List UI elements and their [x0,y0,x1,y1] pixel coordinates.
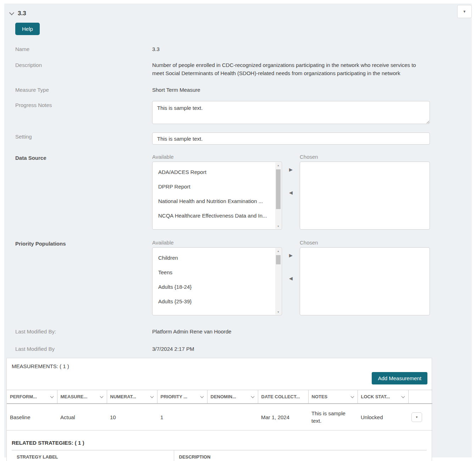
scroll-up-icon[interactable]: ▲ [275,162,281,168]
setting-label: Setting [15,133,152,140]
row-menu-button[interactable]: ▼ [411,412,422,422]
measure-type-label: Measure Type [15,86,152,93]
progress-notes-textarea[interactable]: This is sample text. [152,101,430,124]
cell-date-collected: Mar 1, 2024 [258,404,308,431]
column-header-lock-status[interactable]: LOCK STAT... [358,390,408,404]
field-row-progress-notes: Progress Notes This is sample text. [4,101,472,124]
list-item[interactable]: DPRP Report [153,179,282,194]
measure-detail-container: 3.3 ▼ Help Name 3.3 Description Number o… [4,4,472,457]
section-title: 3.3 [18,10,26,17]
list-item[interactable]: NCQA Healthcare Effectiveness Data and I… [153,208,282,223]
name-label: Name [15,45,152,52]
description-label: Description [15,61,152,68]
cell-denominator [207,404,258,431]
priority-populations-chosen-listbox[interactable] [300,247,430,315]
priority-populations-chosen-col: Chosen [300,240,430,315]
data-source-scrollbar[interactable]: ▲ ▼ [275,162,281,229]
list-item[interactable]: Teens [153,265,282,280]
field-row-last-modified-by-name: Last Modified By: Platform Admin Rene va… [4,327,472,336]
move-left-icon[interactable]: ◀ [289,190,293,195]
progress-notes-label: Progress Notes [15,101,152,108]
cell-notes: This is sample text. [308,404,358,431]
scrollbar-thumb[interactable] [276,169,281,209]
list-item[interactable]: National Health and Nutrition Examinatio… [153,194,282,208]
last-modified-by-name-value: Platform Admin Rene van Hoorde [152,327,231,336]
field-row-priority-populations: Priority Populations Available Children … [4,240,472,315]
list-item[interactable]: Adults {25-39} [153,294,282,309]
move-left-icon[interactable]: ◀ [289,276,293,281]
list-item[interactable]: Children [153,251,282,265]
column-header-measure[interactable]: MEASURE... [57,390,107,404]
cell-lock-status: Unlocked [358,404,408,431]
field-row-data-source: Data Source Available ADA/ADCES Report D… [4,154,472,230]
field-row-measure-type: Measure Type Short Term Measure [4,86,472,94]
collapse-chevron-icon[interactable] [9,10,14,15]
field-row-last-modified-by-date: Last Modified By 3/7/2024 2:17 PM [4,345,472,353]
measurements-header-row: PERFORM... MEASURE... NUMERAT... PRIORIT… [7,390,432,404]
priority-populations-available-items: Children Teens Adults {18-24} Adults {25… [153,248,282,309]
priority-populations-available-listbox[interactable]: Children Teens Adults {18-24} Adults {25… [152,247,282,315]
move-right-icon[interactable]: ▶ [289,167,293,172]
list-item[interactable]: Adults {18-24} [153,280,282,294]
related-strategies-header-row: STRATEGY LABEL DESCRIPTION [12,450,427,461]
chevron-down-icon[interactable] [100,394,103,398]
chevron-down-icon[interactable] [251,394,254,398]
data-source-chosen-listbox[interactable] [300,162,430,230]
measurements-title: MEASUREMENTS: ( 1 ) [7,358,432,369]
field-row-name: Name 3.3 [4,45,472,53]
related-strategies-table: STRATEGY LABEL DESCRIPTION Evidence-base… [12,450,427,461]
column-header-notes[interactable]: NOTES [308,390,358,404]
column-header-date-collected[interactable]: DATE COLLECT... [258,390,308,404]
scroll-down-icon[interactable]: ▼ [275,223,281,229]
related-strategies-title: RELATED STRATEGIES: ( 1 ) [12,440,427,446]
field-row-description: Description Number of people enrolled in… [4,61,472,77]
chevron-down-icon[interactable] [350,394,354,398]
measurements-table: PERFORM... MEASURE... NUMERAT... PRIORIT… [7,390,432,431]
priority-populations-chosen-label: Chosen [300,240,430,246]
data-source-available-label: Available [152,154,282,160]
chevron-down-icon[interactable] [401,394,405,398]
measurements-panel: MEASUREMENTS: ( 1 ) Add Measurement PERF… [6,358,432,461]
priority-populations-duallist: Available Children Teens Adults {18-24} … [152,240,430,315]
scroll-up-icon[interactable]: ▲ [275,248,281,254]
column-header-priority[interactable]: PRIORITY ... [157,390,207,404]
triangle-down-icon: ▼ [415,416,418,419]
setting-input[interactable] [152,133,430,145]
description-value: Number of people enrolled in CDC-recogni… [152,61,427,77]
data-source-label: Data Source [15,154,152,161]
data-source-available-items: ADA/ADCES Report DPRP Report National He… [153,162,282,223]
column-header-numerator[interactable]: NUMERAT... [107,390,157,404]
last-modified-by-name-label: Last Modified By: [15,327,152,334]
column-header-performance[interactable]: PERFORM... [7,390,57,404]
move-right-icon[interactable]: ▶ [289,253,293,258]
section-header: 3.3 [4,10,472,17]
column-header-strategy-label: STRATEGY LABEL [12,450,174,461]
last-modified-by-date-value: 3/7/2024 2:17 PM [152,345,194,353]
name-value: 3.3 [152,45,160,53]
add-measurement-button[interactable]: Add Measurement [372,372,427,384]
data-source-chosen-col: Chosen [300,154,430,230]
field-row-setting: Setting [4,133,472,145]
list-item[interactable]: ADA/ADCES Report [153,165,282,179]
priority-populations-label: Priority Populations [15,240,152,247]
column-header-strategy-description: DESCRIPTION [174,450,427,461]
help-button[interactable]: Help [15,23,40,35]
priority-populations-available-col: Available Children Teens Adults {18-24} … [152,240,282,315]
data-source-available-col: Available ADA/ADCES Report DPRP Report N… [152,154,282,230]
measure-type-value: Short Term Measure [152,86,200,94]
cell-measure: Actual [57,404,107,431]
priority-populations-scrollbar[interactable]: ▲ ▼ [275,248,281,315]
section-menu-button[interactable]: ▼ [457,5,472,18]
measurements-actions: Add Measurement [7,372,432,384]
cell-numerator: 10 [107,404,157,431]
scrollbar-thumb[interactable] [276,255,281,264]
data-source-available-listbox[interactable]: ADA/ADCES Report DPRP Report National He… [152,162,282,230]
chevron-down-icon[interactable] [150,394,154,398]
chevron-down-icon[interactable] [200,394,204,398]
chevron-down-icon[interactable] [50,394,54,398]
triangle-down-icon: ▼ [463,10,466,13]
data-source-transfer-arrows: ▶ ◀ [282,154,300,230]
scroll-down-icon[interactable]: ▼ [275,309,281,315]
column-header-denominator[interactable]: DENOMIN... [207,390,258,404]
column-header-actions [408,390,432,404]
